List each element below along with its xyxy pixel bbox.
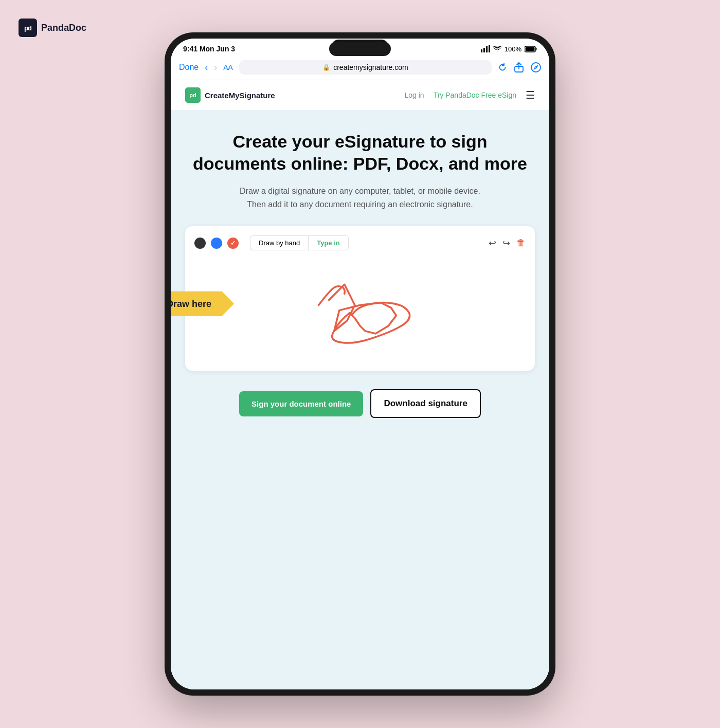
svg-rect-0	[481, 49, 482, 52]
refresh-icon[interactable]	[498, 63, 507, 72]
redo-button[interactable]: ↪	[502, 238, 510, 249]
svg-rect-1	[483, 48, 485, 52]
status-icons: 100%	[481, 45, 537, 53]
sig-controls: ↩ ↪ 🗑	[489, 238, 526, 249]
signature-pad[interactable]: Draw by hand Type in ↩ ↪ 🗑	[185, 226, 535, 371]
site-header: pd CreateMySignature Log in Try PandaDoc…	[171, 80, 549, 110]
pandadoc-logo-text: PandaDoc	[41, 23, 86, 33]
hero-title: Create your eSignature to sign documents…	[191, 131, 529, 174]
battery-percent: 100%	[505, 45, 521, 53]
wifi-icon	[493, 46, 501, 52]
color-blue-button[interactable]	[211, 238, 222, 249]
hero-section: Create your eSignature to sign documents…	[171, 110, 549, 226]
draw-by-hand-tab[interactable]: Draw by hand	[250, 235, 308, 250]
svg-rect-2	[486, 46, 488, 52]
compass-icon[interactable]	[531, 62, 541, 72]
browser-back-button[interactable]: ‹	[205, 62, 208, 73]
signature-area: Draw here Draw by hand Type in	[171, 226, 549, 381]
status-bar: 9:41 Mon Jun 3 100%	[171, 39, 549, 56]
phone-screen: 9:41 Mon Jun 3 100%	[171, 39, 549, 689]
sig-baseline	[194, 354, 526, 355]
type-in-tab[interactable]: Type in	[308, 235, 349, 250]
browser-aa-button[interactable]: AA	[223, 63, 233, 71]
site-nav: Log in Try PandaDoc Free eSign ☰	[405, 89, 535, 101]
share-icon[interactable]	[514, 62, 524, 72]
browser-nav: ‹ ›	[205, 62, 217, 73]
browser-forward-button[interactable]: ›	[214, 62, 217, 73]
signal-icon	[481, 45, 490, 52]
sig-tabs: Draw by hand Type in	[250, 235, 349, 250]
pandadoc-brand: pd PandaDoc	[19, 19, 86, 37]
draw-here-label: Draw here	[171, 298, 211, 309]
site-logo: pd CreateMySignature	[185, 87, 275, 103]
undo-button[interactable]: ↩	[489, 238, 496, 249]
svg-rect-5	[526, 47, 535, 51]
signature-drawing	[194, 259, 526, 362]
pandadoc-logo-icon: pd	[19, 19, 37, 37]
sig-color-dots	[194, 238, 239, 249]
hero-subtitle: Draw a digital signature on any computer…	[237, 185, 483, 211]
clear-button[interactable]: 🗑	[516, 238, 526, 248]
login-link[interactable]: Log in	[405, 91, 424, 99]
battery-icon	[525, 46, 537, 52]
draw-here-callout: Draw here	[171, 291, 234, 316]
browser-actions	[498, 62, 541, 72]
phone-frame: 9:41 Mon Jun 3 100%	[165, 32, 555, 696]
try-pandadoc-link[interactable]: Try PandaDoc Free eSign	[434, 91, 516, 99]
site-logo-icon: pd	[185, 87, 201, 103]
sign-document-button[interactable]: Sign your document online	[239, 391, 363, 416]
browser-done-button[interactable]: Done	[179, 63, 199, 72]
svg-rect-3	[489, 45, 490, 52]
cta-area: Sign your document online Download signa…	[171, 381, 549, 432]
url-text: createmysignature.com	[333, 63, 408, 71]
draw-here-badge: Draw here	[171, 291, 234, 316]
browser-bar: Done ‹ › AA 🔒 createmysignature.com	[171, 56, 549, 80]
sig-toolbar: Draw by hand Type in ↩ ↪ 🗑	[194, 235, 526, 250]
download-signature-button[interactable]: Download signature	[370, 389, 480, 418]
color-black-button[interactable]	[194, 238, 206, 249]
sig-canvas[interactable]	[194, 259, 526, 361]
dynamic-island	[332, 40, 388, 53]
site-logo-text: CreateMySignature	[205, 91, 275, 100]
website-content: pd CreateMySignature Log in Try PandaDoc…	[171, 80, 549, 689]
hamburger-menu-button[interactable]: ☰	[526, 89, 535, 101]
status-time: 9:41 Mon Jun 3	[183, 45, 235, 53]
svg-point-7	[531, 63, 541, 72]
browser-url-bar[interactable]: 🔒 createmysignature.com	[239, 60, 492, 75]
color-red-button[interactable]	[227, 238, 239, 249]
lock-icon: 🔒	[322, 64, 330, 71]
